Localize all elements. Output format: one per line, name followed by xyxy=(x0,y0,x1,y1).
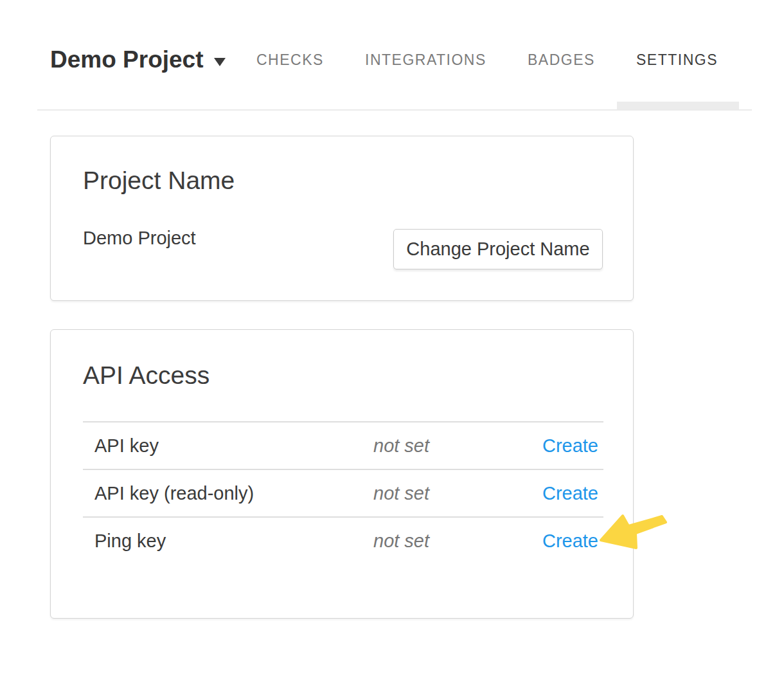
api-access-card-title: API Access xyxy=(83,361,209,390)
create-ping-key-link[interactable]: Create xyxy=(542,531,598,552)
create-api-key-readonly-link[interactable]: Create xyxy=(542,483,598,504)
api-key-label: API key xyxy=(94,435,159,457)
create-api-key-link[interactable]: Create xyxy=(542,435,598,457)
api-access-card: API Access API key not set Create API ke… xyxy=(50,329,634,619)
project-name-card: Project Name Demo Project Change Project… xyxy=(50,136,634,301)
tab-checks[interactable]: CHECKS xyxy=(256,51,324,69)
api-access-table: API key not set Create API key (read-onl… xyxy=(83,421,603,564)
api-key-readonly-value: not set xyxy=(373,483,429,504)
active-tab-indicator xyxy=(617,102,739,109)
ping-key-row: Ping key not set Create xyxy=(83,516,603,564)
chevron-down-icon xyxy=(214,58,226,66)
ping-key-label: Ping key xyxy=(94,531,166,552)
api-key-row: API key not set Create xyxy=(83,421,603,469)
project-settings-page: Demo Project CHECKS INTEGRATIONS BADGES … xyxy=(0,0,784,681)
api-key-readonly-label: API key (read-only) xyxy=(94,483,254,504)
api-key-readonly-row: API key (read-only) not set Create xyxy=(83,469,603,516)
current-project-name: Demo Project xyxy=(83,228,196,249)
ping-key-value: not set xyxy=(373,531,429,552)
tab-badges[interactable]: BADGES xyxy=(528,51,595,69)
project-switcher[interactable]: Demo Project xyxy=(50,46,226,74)
header-divider xyxy=(37,109,752,111)
api-key-value: not set xyxy=(373,435,429,457)
project-title: Demo Project xyxy=(50,46,204,74)
tab-integrations[interactable]: INTEGRATIONS xyxy=(365,51,486,69)
change-project-name-button[interactable]: Change Project Name xyxy=(393,229,603,269)
tab-settings[interactable]: SETTINGS xyxy=(636,51,718,69)
project-name-card-title: Project Name xyxy=(83,167,235,195)
